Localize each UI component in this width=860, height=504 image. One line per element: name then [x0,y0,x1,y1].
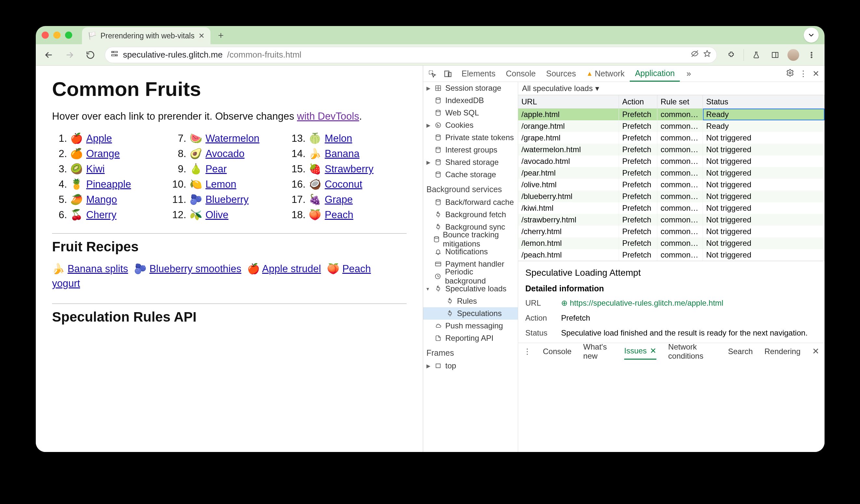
column-header[interactable]: Rule set [657,95,703,108]
sidebar-item[interactable]: Periodic background [423,270,518,283]
fruit-link[interactable]: Blueberry [205,194,249,205]
devtools-tab-elements[interactable]: Elements [456,66,501,82]
table-row[interactable]: /avocado.htmlPrefetchcommon-…Not trigger… [518,155,825,167]
fruit-link[interactable]: Orange [86,148,120,160]
recipes-heading: Fruit Recipes [52,239,406,255]
devtools-tab-network[interactable]: Network [581,66,630,82]
fruit-link[interactable]: Peach [325,209,353,221]
table-row[interactable]: /blueberry.htmlPrefetchcommon-…Not trigg… [518,190,825,202]
maximize-window-icon[interactable] [65,31,72,39]
table-row[interactable]: /orange.htmlPrefetchcommon-…Ready [518,120,825,132]
sidebar-item[interactable]: Private state tokens [423,131,518,144]
devtools-tabs-overflow[interactable]: » [681,66,696,82]
devtools-close-icon[interactable]: ✕ [813,69,819,78]
devtools-settings-icon[interactable] [786,69,794,79]
bookmark-icon[interactable] [703,50,711,60]
sidebar-item[interactable]: Reporting API [423,332,518,344]
sidebar-item[interactable]: Cache storage [423,169,518,181]
site-settings-icon[interactable] [111,50,118,60]
sidebar-item[interactable]: ▶top [423,360,518,372]
fruit-link[interactable]: Lemon [205,178,236,190]
devtools-link[interactable]: with DevTools [297,111,359,122]
sidebar-item[interactable]: Interest groups [423,144,518,156]
sidebar-item[interactable]: Web SQL [423,107,518,119]
table-row[interactable]: /olive.htmlPrefetchcommon-…Not triggered [518,179,825,190]
chrome-menu-icon[interactable] [805,48,818,61]
close-icon[interactable]: ✕ [650,346,656,356]
table-row[interactable]: /apple.htmlPrefetchcommon-…Ready [518,109,825,120]
fruit-link[interactable]: Pineapple [86,178,131,190]
table-row[interactable]: /pear.htmlPrefetchcommon-…Not triggered [518,167,825,179]
sidebar-item[interactable]: Bounce tracking mitigations [423,233,518,245]
sidebar-item[interactable]: ▶Session storage [423,82,518,94]
fruit-link[interactable]: Coconut [325,178,362,190]
new-tab-button[interactable]: ＋ [214,29,227,42]
fruit-link[interactable]: Cherry [86,209,116,221]
detail-url-link[interactable]: https://speculative-rules.glitch.me/appl… [570,299,723,307]
sidebar-item[interactable]: Speculations [423,307,518,320]
table-row[interactable]: /grape.htmlPrefetchcommon-…Not triggered [518,132,825,144]
column-header[interactable]: Status [703,95,825,108]
sidebar-item[interactable]: Background fetch [423,208,518,221]
fruit-link[interactable]: Pear [205,163,227,175]
device-toolbar-icon[interactable] [441,70,455,78]
fruit-link[interactable]: Strawberry [325,163,373,175]
drawer-close-icon[interactable]: ✕ [812,346,819,356]
close-window-icon[interactable] [42,31,49,39]
sidebar-item[interactable]: Back/forward cache [423,196,518,208]
forward-button[interactable] [63,48,76,61]
fruit-link[interactable]: Kiwi [86,163,105,175]
fruit-link[interactable]: Olive [205,209,229,221]
sidebar-item[interactable]: ▶Shared storage [423,156,518,169]
table-row[interactable]: /lemon.htmlPrefetchcommon-…Not triggered [518,237,825,249]
table-row[interactable]: /watermelon.htmlPrefetchcommon-…Not trig… [518,144,825,155]
fruit-link[interactable]: Apple [86,133,112,144]
sidebar-item[interactable]: ▶Cookies [423,119,518,131]
sidebar-item[interactable]: Push messaging [423,320,518,332]
drawer-tab-console[interactable]: Console [543,347,572,356]
fruit-link[interactable]: Avocado [205,148,245,160]
fruit-link[interactable]: Melon [325,133,352,144]
close-tab-icon[interactable]: ✕ [198,31,205,40]
table-row[interactable]: /peach.htmlPrefetchcommon-…Not triggered [518,249,825,261]
sidebar-item[interactable]: ▾Speculative loads [423,283,518,295]
devtools-tab-console[interactable]: Console [501,66,541,82]
devtools-tab-application[interactable]: Application [630,66,680,82]
column-header[interactable]: URL [518,95,619,108]
minimize-window-icon[interactable] [53,31,60,39]
speculative-loads-filter[interactable]: All speculative loads ▾ [518,82,825,95]
sync-icon [434,224,442,230]
hide-tracking-icon[interactable] [691,50,699,60]
back-button[interactable] [42,48,55,61]
recipe-link[interactable]: Apple strudel [262,263,321,274]
inspect-element-icon[interactable] [425,70,440,78]
labs-icon[interactable] [750,48,763,61]
window-menu-icon[interactable] [804,28,819,43]
fruit-link[interactable]: Mango [86,194,117,205]
recipe-link[interactable]: Blueberry smoothies [149,263,241,274]
recipe-link[interactable]: Banana splits [68,263,128,274]
address-bar[interactable]: speculative-rules.glitch.me/common-fruit… [105,47,717,63]
drawer-tab-rendering[interactable]: Rendering [764,347,801,356]
devtools-tab-sources[interactable]: Sources [541,66,581,82]
sidebar-item[interactable]: Rules [423,295,518,307]
drawer-tab-issues[interactable]: Issues ✕ [624,343,656,360]
drawer-tab-what-s-new[interactable]: What's new [583,342,613,361]
fruit-link[interactable]: Banana [325,148,359,160]
fruit-link[interactable]: Watermelon [205,133,260,144]
drawer-tab-network-conditions[interactable]: Network conditions [668,342,716,361]
profile-avatar[interactable] [787,49,799,61]
fruit-link[interactable]: Grape [325,194,353,205]
table-row[interactable]: /kiwi.htmlPrefetchcommon-…Not triggered [518,202,825,214]
extensions-icon[interactable] [725,48,738,61]
devtools-kebab-icon[interactable]: ⋮ [799,69,807,78]
table-row[interactable]: /cherry.htmlPrefetchcommon-…Not triggere… [518,226,825,237]
side-panel-icon[interactable] [769,48,782,61]
table-row[interactable]: /strawberry.htmlPrefetchcommon-…Not trig… [518,214,825,226]
column-header[interactable]: Action [619,95,657,108]
drawer-tab-search[interactable]: Search [728,347,752,356]
drawer-menu-icon[interactable]: ⋮ [524,347,531,356]
browser-tab[interactable]: 🏳️ Prerendering with web-vitals ✕ [82,27,211,44]
reload-button[interactable] [84,48,97,61]
sidebar-item[interactable]: IndexedDB [423,94,518,107]
